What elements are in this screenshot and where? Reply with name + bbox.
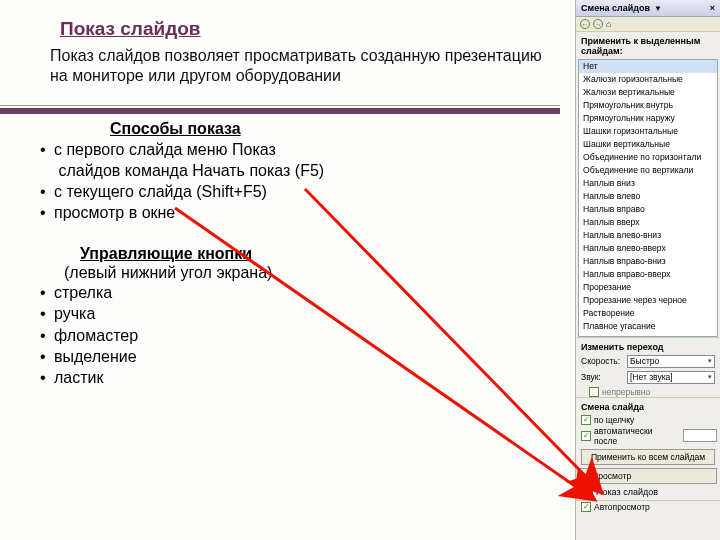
effect-option[interactable]: Жалюзи горизонтальные bbox=[579, 73, 717, 86]
home-icon[interactable]: ⌂ bbox=[606, 19, 611, 29]
preview-button[interactable]: Просмотр bbox=[579, 468, 717, 484]
effect-option[interactable]: Прямоугольник внутрь bbox=[579, 99, 717, 112]
effect-option[interactable]: Наплыв влево-вниз bbox=[579, 229, 717, 242]
effect-option[interactable]: Плавное угасание bbox=[579, 320, 717, 333]
pane-title-bar: Смена слайдов ▼ × bbox=[576, 0, 720, 17]
effect-option[interactable]: Наплыв влево bbox=[579, 190, 717, 203]
controls-list: •стрелка•ручка•фломастер•выделение•ласти… bbox=[40, 282, 555, 388]
list-item: •с первого слайда меню Показ слайдов ком… bbox=[40, 139, 555, 181]
effect-option[interactable]: Наплыв вправо-вверх bbox=[579, 268, 717, 281]
effect-option[interactable]: Растворение bbox=[579, 307, 717, 320]
effect-option[interactable]: Наплыв вправо bbox=[579, 203, 717, 216]
ways-list: •с первого слайда меню Показ слайдов ком… bbox=[40, 139, 555, 223]
transition-section-label: Изменить переход bbox=[576, 337, 720, 354]
play-icon bbox=[584, 473, 589, 479]
slide-title: Показ слайдов bbox=[60, 18, 555, 40]
effect-option[interactable]: Шашки горизонтальные bbox=[579, 125, 717, 138]
effect-option[interactable]: Наплыв вправо-вниз bbox=[579, 255, 717, 268]
speed-label: Скорость: bbox=[581, 356, 623, 366]
auto-after-row[interactable]: ✓ автоматически после bbox=[576, 425, 720, 446]
dropdown-arrow-icon[interactable]: ▼ bbox=[654, 4, 662, 13]
sound-label: Звук: bbox=[581, 372, 623, 382]
slide-description: Показ слайдов позволяет просматривать со… bbox=[50, 46, 545, 87]
sound-select[interactable]: [Нет звука]▾ bbox=[627, 371, 715, 384]
effect-option[interactable]: Наплыв вниз bbox=[579, 177, 717, 190]
back-icon[interactable]: ← bbox=[580, 19, 590, 29]
effect-option[interactable]: Жалюзи вертикальные bbox=[579, 86, 717, 99]
controls-subtitle: (левый нижний угол экрана) bbox=[64, 264, 555, 282]
sound-row: Звук: [Нет звука]▾ bbox=[576, 370, 720, 386]
autoview-checkbox[interactable]: ✓ bbox=[581, 502, 591, 512]
continuous-checkbox[interactable] bbox=[589, 387, 599, 397]
autoview-row[interactable]: ✓ Автопросмотр bbox=[576, 501, 720, 512]
forward-icon[interactable]: → bbox=[593, 19, 603, 29]
monitor-icon bbox=[581, 487, 593, 497]
effect-option[interactable]: Прямоугольник наружу bbox=[579, 112, 717, 125]
effect-option[interactable]: Наплыв вверх bbox=[579, 216, 717, 229]
list-item: •с текущего слайда (Shift+F5) bbox=[40, 181, 555, 202]
continuous-row[interactable]: непрерывно bbox=[576, 386, 720, 397]
effect-option[interactable]: Нет bbox=[579, 60, 717, 73]
ways-heading: Способы показа bbox=[110, 120, 555, 138]
speed-select[interactable]: Быстро▾ bbox=[627, 355, 715, 368]
apply-to-selected-label: Применить к выделенным слайдам: bbox=[576, 32, 720, 59]
divider-thin bbox=[0, 105, 560, 106]
slide-body: Показ слайдов Показ слайдов позволяет пр… bbox=[0, 0, 575, 540]
auto-after-time-input[interactable] bbox=[683, 429, 717, 442]
list-item: •ластик bbox=[40, 367, 555, 388]
effect-option[interactable]: Объединение по вертикали bbox=[579, 164, 717, 177]
close-icon[interactable]: × bbox=[710, 3, 715, 13]
effect-option[interactable]: Наплыв влево-вверх bbox=[579, 242, 717, 255]
apply-to-all-button[interactable]: Применить ко всем слайдам bbox=[581, 449, 715, 465]
list-item: •просмотр в окне bbox=[40, 202, 555, 223]
task-pane: Смена слайдов ▼ × ← → ⌂ Применить к выде… bbox=[575, 0, 720, 540]
on-click-checkbox[interactable]: ✓ bbox=[581, 415, 591, 425]
speed-row: Скорость: Быстро▾ bbox=[576, 354, 720, 370]
pane-title-text: Смена слайдов bbox=[581, 3, 650, 13]
advance-section-label: Смена слайда bbox=[576, 397, 720, 414]
effect-option[interactable]: Шашки вертикальные bbox=[579, 138, 717, 151]
on-click-row[interactable]: ✓ по щелчку bbox=[576, 414, 720, 425]
effect-option[interactable]: Объединение по горизонтали bbox=[579, 151, 717, 164]
pane-toolbar: ← → ⌂ bbox=[576, 17, 720, 32]
effect-option[interactable]: Прорезание bbox=[579, 281, 717, 294]
list-item: •фломастер bbox=[40, 325, 555, 346]
effects-listbox[interactable]: НетЖалюзи горизонтальныеЖалюзи вертикаль… bbox=[578, 59, 718, 337]
effect-option[interactable]: Прорезание через черное bbox=[579, 294, 717, 307]
slideshow-button[interactable]: Показ слайдов bbox=[581, 487, 715, 497]
list-item: •выделение bbox=[40, 346, 555, 367]
controls-heading: Управляющие кнопки bbox=[80, 245, 555, 263]
divider-thick bbox=[0, 108, 560, 114]
list-item: •ручка bbox=[40, 303, 555, 324]
auto-after-checkbox[interactable]: ✓ bbox=[581, 431, 591, 441]
list-item: •стрелка bbox=[40, 282, 555, 303]
